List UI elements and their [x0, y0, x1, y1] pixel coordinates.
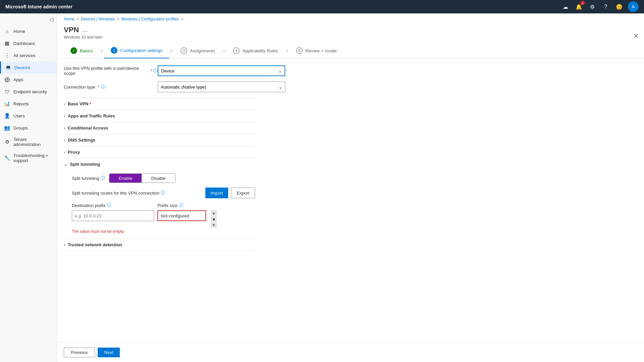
connection-type-required: *: [97, 85, 100, 90]
previous-button[interactable]: Previous: [64, 348, 95, 357]
form-content: Use this VPN profile with a user/device …: [57, 59, 644, 343]
tab-review-circle: 5: [296, 47, 303, 54]
accordion-dns-settings-header[interactable]: › DNS Settings: [64, 134, 255, 146]
dns-settings-label: DNS Settings: [68, 138, 95, 143]
accordion-apps-traffic-header[interactable]: › Apps and Traffic Rules: [64, 110, 255, 122]
sidebar-item-dashboard-label: Dashboard: [13, 41, 35, 46]
th-prefix-info-icon[interactable]: ⓘ: [179, 202, 183, 208]
tab-applicability[interactable]: 4 Applicability Rules: [226, 43, 285, 58]
split-tunneling-info-icon[interactable]: ⓘ: [101, 175, 105, 181]
tab-review-label: Review + create: [305, 48, 337, 53]
import-button[interactable]: Import: [205, 188, 229, 198]
breadcrumb-config-profiles[interactable]: Windows | Configuration profiles: [121, 17, 179, 21]
notification-icon[interactable]: 🔔 1: [574, 2, 584, 11]
sidebar-item-home[interactable]: ⌂ Home: [0, 25, 57, 37]
tab-config-label: Configuration settings: [120, 48, 162, 53]
close-button[interactable]: ✕: [634, 32, 639, 40]
vpn-scope-select[interactable]: Device ⌄: [158, 65, 285, 76]
split-tunneling-import-row: Split tunneling routes for this VPN conn…: [72, 188, 255, 198]
sidebar-item-endpoint-security-label: Endpoint security: [13, 89, 47, 94]
settings-icon[interactable]: ⚙: [588, 2, 597, 11]
all-services-icon: ⋮: [4, 52, 10, 58]
breadcrumb-devices-windows[interactable]: Devices | Windows: [81, 17, 115, 21]
apps-traffic-chevron: ›: [64, 114, 65, 118]
export-button[interactable]: Export: [231, 188, 255, 198]
sidebar: ◁ ⌂ Home ▦ Dashboard ⋮ All services 💻 De…: [0, 13, 57, 362]
base-vpn-chevron: ›: [64, 102, 65, 106]
endpoint-security-icon: 🛡: [4, 89, 10, 95]
sidebar-item-tenant-admin[interactable]: ⚙ Tenant administration: [0, 134, 57, 150]
tab-applicability-circle: 4: [233, 47, 240, 54]
content-area: Home > Devices | Windows > Windows | Con…: [57, 13, 644, 362]
sidebar-item-groups[interactable]: 👥 Groups: [0, 122, 57, 134]
sidebar-item-apps-label: Apps: [13, 77, 23, 82]
sidebar-collapse-btn[interactable]: ◁: [0, 13, 57, 25]
connection-type-control: Automatic (Native type) ⌄: [158, 82, 285, 92]
accordion-base-vpn: › Base VPN *: [64, 98, 255, 110]
vpn-scope-info-icon[interactable]: ⓘ: [153, 68, 158, 74]
split-tunneling-enable-btn[interactable]: Enable: [109, 174, 142, 183]
conditional-access-chevron: ›: [64, 126, 65, 131]
accordion-trusted-network-header[interactable]: › Trusted network detection: [64, 239, 255, 251]
th-destination-prefix-text: Destination prefix: [72, 203, 105, 208]
split-tunneling-toggle[interactable]: Enable Disable: [109, 173, 176, 183]
vpn-scope-label-text: Use this VPN profile with a user/device …: [64, 66, 148, 76]
accordion-proxy-header[interactable]: › Proxy: [64, 146, 255, 158]
proxy-label: Proxy: [68, 150, 80, 155]
connection-type-info-icon[interactable]: ⓘ: [101, 84, 105, 90]
tab-sep-3: ›: [221, 47, 226, 54]
sidebar-item-troubleshooting[interactable]: 🔧 Troubleshooting + support: [0, 150, 57, 166]
sidebar-item-all-services[interactable]: ⋮ All services: [0, 49, 57, 61]
sidebar-item-users[interactable]: 👤 Users: [0, 110, 57, 122]
dashboard-icon: ▦: [4, 40, 10, 46]
accordion-trusted-network: › Trusted network detection: [64, 239, 255, 251]
tab-config[interactable]: 2 Configuration settings: [104, 43, 169, 58]
topbar-icons: ☁ 🔔 1 ⚙ ? 😊 A: [561, 1, 639, 12]
sidebar-item-all-services-label: All services: [13, 53, 36, 58]
split-tunneling-disable-btn[interactable]: Disable: [142, 174, 175, 183]
tab-assignments[interactable]: 3 Assignments: [174, 43, 221, 58]
connection-type-select[interactable]: Automatic (Native type) ⌄: [158, 82, 285, 92]
feedback-icon[interactable]: 😊: [614, 2, 624, 11]
breadcrumb-home[interactable]: Home: [64, 17, 75, 21]
tab-basics[interactable]: ✓ Basics: [64, 43, 99, 58]
dns-settings-chevron: ›: [64, 138, 65, 143]
sidebar-item-apps[interactable]: ⨁ Apps: [0, 73, 57, 86]
sidebar-item-troubleshooting-label: Troubleshooting + support: [13, 153, 53, 163]
help-icon[interactable]: ?: [601, 2, 610, 11]
row-up-btn[interactable]: ▲: [211, 210, 217, 216]
prefix-size-input[interactable]: [157, 210, 206, 221]
tab-assignments-label: Assignments: [190, 48, 215, 53]
accordion-conditional-access-header[interactable]: › Conditional Access: [64, 122, 255, 134]
user-avatar[interactable]: A: [628, 1, 639, 12]
breadcrumb-sep1: >: [77, 17, 79, 21]
sidebar-item-endpoint-security[interactable]: 🛡 Endpoint security: [0, 86, 57, 98]
sidebar-item-reports-label: Reports: [13, 101, 29, 106]
next-button[interactable]: Next: [98, 348, 120, 357]
main-layout: ◁ ⌂ Home ▦ Dashboard ⋮ All services 💻 De…: [0, 13, 644, 362]
page-more-btn[interactable]: ...: [82, 27, 87, 34]
app-title: Microsoft Intune admin center: [5, 4, 72, 9]
sidebar-item-dashboard[interactable]: ▦ Dashboard: [0, 37, 57, 49]
routes-label: Split tunneling routes for this VPN conn…: [72, 190, 165, 196]
row-controls: ▲ ◆ ▼: [211, 210, 217, 228]
tab-applicability-label: Applicability Rules: [242, 48, 278, 53]
row-mid-btn[interactable]: ◆: [211, 216, 217, 222]
cloud-icon[interactable]: ☁: [561, 2, 570, 11]
tab-sep-4: ›: [285, 47, 289, 54]
routes-info-icon[interactable]: ⓘ: [161, 190, 165, 196]
row-down-btn[interactable]: ▼: [211, 222, 217, 228]
sidebar-item-devices[interactable]: 💻 Devices: [0, 61, 57, 73]
th-dest-info-icon[interactable]: ⓘ: [107, 202, 111, 208]
accordion-split-tunneling-header[interactable]: ⌄ Split tunneling: [64, 158, 255, 170]
tab-review[interactable]: 5 Review + create: [289, 43, 344, 58]
accordion-base-vpn-header[interactable]: › Base VPN *: [64, 98, 255, 110]
conditional-access-label: Conditional Access: [68, 125, 108, 131]
tenant-admin-icon: ⚙: [4, 139, 10, 145]
destination-prefix-input[interactable]: [72, 210, 154, 221]
split-tunneling-body: Split tunneling ⓘ Enable Disable Split t…: [64, 170, 255, 239]
wizard-tabs: ✓ Basics › 2 Configuration settings › 3 …: [57, 43, 644, 59]
sidebar-item-reports[interactable]: 📊 Reports: [0, 98, 57, 110]
tab-assignments-circle: 3: [181, 47, 187, 54]
accordion-proxy: › Proxy: [64, 146, 255, 158]
